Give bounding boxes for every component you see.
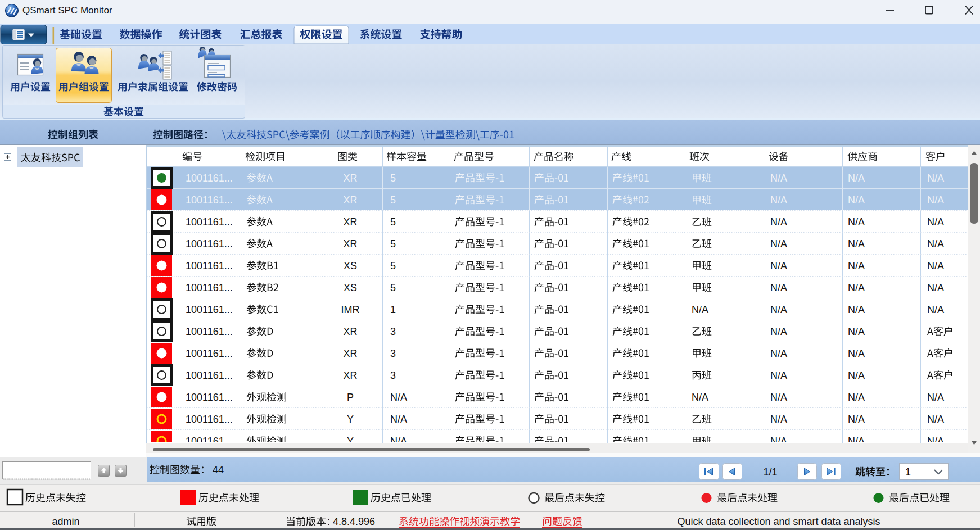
svg-text:N/A: N/A — [692, 392, 708, 403]
svg-text:5: 5 — [390, 238, 396, 250]
svg-text:N/A: N/A — [848, 260, 865, 271]
svg-text:N/A: N/A — [848, 238, 865, 250]
svg-text:3: 3 — [390, 348, 396, 359]
svg-text:N/A: N/A — [848, 194, 865, 206]
svg-text:3: 3 — [390, 326, 396, 337]
svg-text:1: 1 — [905, 466, 911, 478]
svg-text:N/A: N/A — [927, 304, 944, 315]
svg-text:N/A: N/A — [927, 173, 944, 184]
svg-text:XS: XS — [344, 260, 357, 271]
svg-text:N/A: N/A — [770, 238, 787, 250]
svg-text:1001161...: 1001161... — [186, 173, 233, 184]
svg-text:1001161...: 1001161... — [186, 282, 233, 293]
svg-text:1001161...: 1001161... — [186, 260, 233, 271]
svg-text:5: 5 — [390, 173, 396, 184]
svg-text:XR: XR — [343, 238, 357, 250]
svg-text:Quick data collection and smar: Quick data collection and smart data ana… — [677, 516, 880, 527]
svg-text:QSmart SPC Monitor: QSmart SPC Monitor — [22, 5, 112, 16]
svg-text:N/A: N/A — [927, 216, 944, 228]
svg-text:N/A: N/A — [770, 304, 787, 315]
svg-text:N/A: N/A — [848, 326, 865, 337]
svg-text:1/1: 1/1 — [763, 466, 777, 478]
svg-text:N/A: N/A — [848, 392, 865, 403]
svg-text:N/A: N/A — [927, 238, 944, 250]
svg-text:XR: XR — [343, 194, 357, 206]
svg-text:N/A: N/A — [848, 216, 865, 228]
svg-text:XR: XR — [343, 326, 357, 337]
svg-text:IMR: IMR — [341, 304, 360, 315]
svg-text:N/A: N/A — [770, 194, 787, 206]
svg-text:Y: Y — [347, 414, 354, 425]
svg-text:N/A: N/A — [770, 370, 787, 381]
svg-text:5: 5 — [390, 194, 396, 206]
svg-text:1001161...: 1001161... — [186, 370, 233, 381]
svg-text:XR: XR — [343, 216, 357, 228]
svg-text:1001161...: 1001161... — [186, 194, 233, 206]
svg-text:XR: XR — [343, 370, 357, 381]
svg-text:XR: XR — [343, 348, 357, 359]
svg-text:N/A: N/A — [848, 370, 865, 381]
svg-text:N/A: N/A — [848, 173, 865, 184]
svg-text:: 4.8.4.996: : 4.8.4.996 — [327, 516, 375, 527]
svg-text:1001161...: 1001161... — [186, 326, 233, 337]
svg-text:N/A: N/A — [770, 173, 787, 184]
svg-text:1: 1 — [390, 304, 396, 315]
svg-text:N/A: N/A — [770, 348, 787, 359]
svg-text:N/A: N/A — [770, 414, 787, 425]
svg-text:P: P — [347, 392, 354, 403]
svg-text:N/A: N/A — [848, 348, 865, 359]
svg-text:N/A: N/A — [848, 282, 865, 293]
svg-text:1001161...: 1001161... — [186, 348, 233, 359]
svg-text:1001161...: 1001161... — [186, 392, 233, 403]
svg-text:1001161...: 1001161... — [186, 216, 233, 228]
svg-text:N/A: N/A — [770, 392, 787, 403]
svg-text:1001161...: 1001161... — [186, 414, 233, 425]
svg-text:N/A: N/A — [927, 392, 944, 403]
svg-text:N/A: N/A — [770, 282, 787, 293]
svg-text:5: 5 — [390, 260, 396, 271]
svg-text:N/A: N/A — [927, 194, 944, 206]
svg-text:XR: XR — [343, 173, 357, 184]
svg-text:N/A: N/A — [848, 414, 865, 425]
svg-text:N/A: N/A — [390, 392, 407, 403]
svg-text:XS: XS — [344, 282, 357, 293]
svg-text:N/A: N/A — [927, 282, 944, 293]
svg-text:N/A: N/A — [770, 326, 787, 337]
svg-text:44: 44 — [213, 464, 224, 475]
svg-text:N/A: N/A — [927, 414, 944, 425]
svg-text:N/A: N/A — [848, 304, 865, 315]
svg-text:3: 3 — [390, 370, 396, 381]
svg-text:N/A: N/A — [390, 414, 407, 425]
svg-text:N/A: N/A — [692, 304, 708, 315]
svg-text:N/A: N/A — [927, 260, 944, 271]
svg-text:N/A: N/A — [770, 260, 787, 271]
svg-text:N/A: N/A — [770, 216, 787, 228]
svg-text:admin: admin — [52, 516, 79, 527]
svg-text:5: 5 — [390, 216, 396, 228]
svg-text:5: 5 — [390, 282, 396, 293]
svg-text:1001161...: 1001161... — [186, 238, 233, 250]
svg-text:1001161...: 1001161... — [186, 304, 233, 315]
